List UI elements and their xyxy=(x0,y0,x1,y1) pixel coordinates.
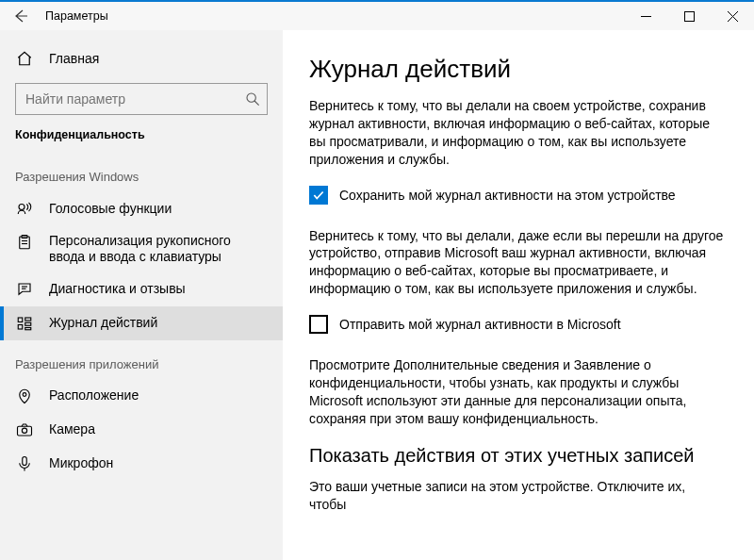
sidebar-item-label: Камера xyxy=(49,421,95,437)
svg-rect-17 xyxy=(25,327,31,329)
sidebar: Главная Конфиденциальность Разрешения Wi… xyxy=(0,30,283,560)
sidebar-item-label: Микрофон xyxy=(49,455,113,471)
minimize-icon xyxy=(641,11,651,22)
sidebar-item-label: Голосовые функции xyxy=(49,201,172,217)
sidebar-section-windows: Разрешения Windows xyxy=(0,153,283,191)
svg-rect-14 xyxy=(18,324,23,329)
checkbox-label: Сохранить мой журнал активности на этом … xyxy=(339,188,676,203)
paragraph: Это ваши учетные записи на этом устройст… xyxy=(309,478,726,514)
paragraph: Вернитесь к тому, что вы делали, даже ес… xyxy=(309,227,726,299)
checkbox-store-activity[interactable] xyxy=(309,186,328,205)
svg-point-6 xyxy=(19,205,25,210)
svg-rect-1 xyxy=(684,11,694,21)
sidebar-item-location[interactable]: Расположение xyxy=(0,379,283,413)
clipboard-icon xyxy=(15,233,34,252)
content: Журнал действий Вернитесь к тому, что вы… xyxy=(283,30,754,560)
sidebar-item-label: Расположение xyxy=(49,387,139,404)
svg-rect-15 xyxy=(25,318,31,321)
sidebar-item-activity-history[interactable]: Журнал действий xyxy=(0,306,283,340)
svg-point-20 xyxy=(22,428,26,433)
arrow-left-icon xyxy=(13,8,28,24)
paragraph: Вернитесь к тому, что вы делали на своем… xyxy=(309,97,726,169)
sidebar-item-speech[interactable]: Голосовые функции xyxy=(0,191,283,225)
svg-point-4 xyxy=(247,93,255,102)
titlebar: Параметры xyxy=(0,0,754,30)
paragraph: Просмотрите Дополнительные сведения и За… xyxy=(309,356,726,428)
svg-line-5 xyxy=(254,101,259,106)
sidebar-category: Конфиденциальность xyxy=(0,128,283,153)
close-button[interactable] xyxy=(711,1,754,31)
sidebar-item-label: Журнал действий xyxy=(49,315,157,331)
location-icon xyxy=(15,387,34,405)
checkbox-label: Отправить мой журнал активности в Micros… xyxy=(339,317,621,332)
checkbox-send-activity[interactable] xyxy=(309,315,328,334)
activity-icon xyxy=(15,314,34,333)
back-button[interactable] xyxy=(0,1,41,31)
checkbox-row-store[interactable]: Сохранить мой журнал активности на этом … xyxy=(309,186,726,205)
search-icon xyxy=(245,91,260,107)
page-title: Журнал действий xyxy=(309,55,726,84)
sidebar-home-label: Главная xyxy=(49,51,99,67)
checkbox-row-send[interactable]: Отправить мой журнал активности в Micros… xyxy=(309,315,726,334)
microphone-icon xyxy=(15,454,34,473)
home-icon xyxy=(15,49,34,68)
svg-point-18 xyxy=(23,392,26,396)
maximize-button[interactable] xyxy=(667,1,711,31)
sidebar-item-label: Диагностика и отзывы xyxy=(49,281,186,297)
svg-rect-21 xyxy=(23,456,27,465)
sidebar-search[interactable] xyxy=(15,83,268,115)
svg-rect-16 xyxy=(25,322,31,325)
sidebar-section-apps: Разрешения приложений xyxy=(0,340,283,379)
section-heading: Показать действия от этих учетных записе… xyxy=(309,445,726,467)
minimize-button[interactable] xyxy=(624,1,667,31)
sidebar-item-ink-typing[interactable]: Персонализация рукописного ввода и ввода… xyxy=(0,225,283,272)
window-title: Параметры xyxy=(41,9,108,23)
close-icon xyxy=(728,11,738,22)
feedback-icon xyxy=(15,280,34,299)
maximize-icon xyxy=(684,11,695,22)
sidebar-item-label: Персонализация рукописного ввода и ввода… xyxy=(49,233,266,265)
speech-icon xyxy=(15,199,34,218)
check-icon xyxy=(312,189,325,202)
sidebar-item-microphone[interactable]: Микрофон xyxy=(0,447,283,481)
sidebar-item-camera[interactable]: Камера xyxy=(0,413,283,447)
sidebar-item-diagnostics[interactable]: Диагностика и отзывы xyxy=(0,272,283,306)
svg-rect-13 xyxy=(18,318,23,322)
camera-icon xyxy=(15,420,34,439)
search-input[interactable] xyxy=(15,83,268,115)
sidebar-home[interactable]: Главная xyxy=(0,41,283,75)
